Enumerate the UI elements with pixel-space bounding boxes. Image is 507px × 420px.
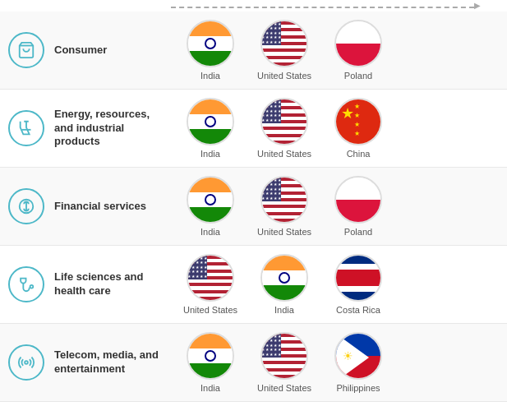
flag-china: ★ ★ ★ ★ ★ xyxy=(334,98,382,145)
flag-label-lifesciences-0: United States xyxy=(183,305,237,315)
flag-label-financial-1: United States xyxy=(257,227,311,237)
stethoscope-icon xyxy=(8,266,44,302)
flag-label-telecom-0: India xyxy=(200,383,220,393)
flag-item-energy-1: ★★★★★★★★★★★★★★★★★★★★★★★★★ United States xyxy=(251,98,317,159)
signal-icon xyxy=(8,344,44,381)
flag-item-consumer-2: Poland xyxy=(325,20,391,81)
flags-consumer: India ★★★★★★★★★★★★★★★★★★★★★★★★★ United S… xyxy=(177,20,391,81)
flags-lifesciences: ★★★★★★★★★★★★★★★★★★★★★★★★★ United States … xyxy=(177,254,391,315)
flag-item-financial-0: India xyxy=(177,176,243,237)
flag-item-telecom-2: ☀ Philippines xyxy=(325,332,391,393)
row-label-energy: Energy, resources, and industrial produc… xyxy=(54,108,169,150)
flag-label-financial-2: Poland xyxy=(344,227,372,237)
arrow-line xyxy=(171,7,474,8)
flag-label-telecom-1: United States xyxy=(257,383,311,393)
flags-telecom: India ★★★★★★★★★★★★★★★★★★★★★★★★★ United S… xyxy=(177,332,391,393)
flag-philippines: ☀ xyxy=(334,332,382,380)
flag-item-telecom-0: India xyxy=(177,332,243,393)
row-label-lifesciences: Life sciences and health care xyxy=(54,270,169,298)
flag-label-consumer-0: India xyxy=(200,71,220,81)
flag-item-financial-2: Poland xyxy=(325,176,391,237)
flag-label-energy-1: United States xyxy=(257,149,311,159)
flag-item-lifesciences-2: Costa Rica xyxy=(325,254,391,315)
flask-icon xyxy=(8,110,44,146)
flag-poland xyxy=(334,176,382,224)
dollar-icon xyxy=(8,188,44,224)
header-arrow xyxy=(0,0,507,12)
flags-financial: India ★★★★★★★★★★★★★★★★★★★★★★★★★ United S… xyxy=(177,176,391,237)
flag-item-consumer-1: ★★★★★★★★★★★★★★★★★★★★★★★★★ United States xyxy=(251,20,317,81)
flag-item-telecom-1: ★★★★★★★★★★★★★★★★★★★★★★★★★ United States xyxy=(251,332,317,393)
flag-label-consumer-2: Poland xyxy=(344,71,372,81)
flag-costarica xyxy=(334,254,382,302)
flag-label-lifesciences-2: Costa Rica xyxy=(336,305,380,315)
flag-label-lifesciences-1: India xyxy=(274,305,294,315)
row-consumer: Consumer India ★★★★★★★★★★★★★★★★★★★★★★★★★… xyxy=(0,12,507,90)
flag-india xyxy=(187,98,234,145)
row-label-telecom: Telecom, media, and entertainment xyxy=(54,348,169,376)
flag-item-lifesciences-0: ★★★★★★★★★★★★★★★★★★★★★★★★★ United States xyxy=(177,254,243,315)
flag-us: ★★★★★★★★★★★★★★★★★★★★★★★★★ xyxy=(187,254,234,302)
flag-label-financial-0: India xyxy=(200,227,220,237)
flag-india xyxy=(187,332,234,380)
svg-point-3 xyxy=(30,285,34,288)
flag-us: ★★★★★★★★★★★★★★★★★★★★★★★★★ xyxy=(260,332,308,380)
row-telecom: Telecom, media, and entertainment India … xyxy=(0,324,507,402)
flag-label-telecom-2: Philippines xyxy=(336,383,380,393)
flag-label-energy-2: China xyxy=(347,149,371,159)
flag-label-energy-0: India xyxy=(200,149,220,159)
flag-us: ★★★★★★★★★★★★★★★★★★★★★★★★★ xyxy=(260,98,308,145)
flag-us: ★★★★★★★★★★★★★★★★★★★★★★★★★ xyxy=(260,20,308,67)
flag-india xyxy=(260,254,308,302)
row-label-consumer: Consumer xyxy=(54,44,169,58)
flag-item-lifesciences-1: India xyxy=(251,254,317,315)
row-label-financial: Financial services xyxy=(54,200,169,214)
shopping-bag-icon xyxy=(8,32,44,68)
flag-india xyxy=(187,20,234,67)
flag-item-energy-2: ★ ★ ★ ★ ★ China xyxy=(325,98,391,159)
row-financial: Financial services India ★★★★★★★★★★★★★★★… xyxy=(0,168,507,246)
rows-container: Consumer India ★★★★★★★★★★★★★★★★★★★★★★★★★… xyxy=(0,12,507,402)
flag-item-consumer-0: India xyxy=(177,20,243,81)
flag-us: ★★★★★★★★★★★★★★★★★★★★★★★★★ xyxy=(260,176,308,224)
flag-poland xyxy=(334,20,382,67)
flag-item-energy-0: India xyxy=(177,98,243,159)
row-energy: Energy, resources, and industrial produc… xyxy=(0,90,507,168)
flag-india xyxy=(187,176,234,224)
flag-label-consumer-1: United States xyxy=(257,71,311,81)
flags-energy: India ★★★★★★★★★★★★★★★★★★★★★★★★★ United S… xyxy=(177,98,391,159)
flag-item-financial-1: ★★★★★★★★★★★★★★★★★★★★★★★★★ United States xyxy=(251,176,317,237)
svg-point-4 xyxy=(25,361,28,364)
row-lifesciences: Life sciences and health care ★★★★★★★★★★… xyxy=(0,246,507,324)
